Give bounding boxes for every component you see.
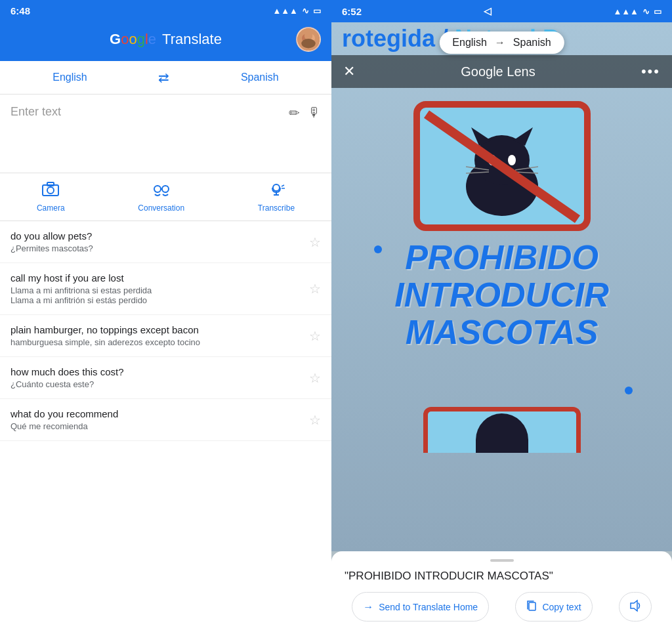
prohibido-text: PROHIBIDOINTRODUCIRMASCOTAS (348, 239, 656, 352)
svg-point-6 (47, 187, 54, 194)
status-bar-right: 6:52 ◁ ▲▲▲ ∿ ▭ (331, 0, 672, 22)
source-lang-btn[interactable]: English (39, 69, 100, 86)
conversation-toolbar-item[interactable]: Conversation (138, 181, 184, 213)
phrase-es: Llama a mi anfitriona si estas perdida (10, 285, 309, 295)
star-icon[interactable]: ☆ (309, 412, 321, 428)
lens-bottom-panel: "PROHIBIDO INTRODUCIR MASCOTAS" → Send t… (331, 551, 672, 632)
app-title: Google Translate (35, 31, 296, 48)
input-placeholder: Enter text (10, 105, 289, 119)
camera-label: Camera (37, 203, 65, 213)
wifi-icon-left: ∿ (302, 6, 309, 16)
bottom-partial-sign (423, 407, 581, 453)
svg-point-3 (304, 32, 313, 40)
more-icon[interactable]: ••• (641, 63, 660, 80)
svg-rect-7 (47, 182, 54, 186)
list-item[interactable]: plain hamburger, no toppings except baco… (0, 315, 331, 357)
left-phone: 6:48 ▲▲▲ ∿ ▭ Google Translate Englis (0, 0, 331, 632)
location-icon-right: ◁ (484, 5, 492, 17)
signal-icon-right: ▲▲▲ (613, 7, 639, 16)
phrase-content: call my host if you are lost Llama a mi … (10, 272, 309, 305)
speaker-icon (629, 599, 642, 614)
conversation-label: Conversation (138, 203, 184, 213)
list-item[interactable]: how much does this cost? ¿Cuánto cuesta … (0, 357, 331, 399)
input-icons: ✏ 🎙 (289, 105, 321, 121)
camera-area: rotegida / Natural P ✕ Google Lens ••• E… (331, 22, 672, 551)
speaker-btn[interactable] (619, 592, 652, 621)
translate-label: Translate (162, 31, 222, 48)
selection-dot-br (625, 387, 633, 394)
phrase-es: Qué me recomienda (10, 421, 309, 431)
phrase-content: what do you recommend Qué me recomienda (10, 408, 309, 431)
send-icon: → (363, 601, 373, 613)
send-to-translate-label: Send to Translate Home (379, 602, 478, 612)
no-pets-sign (413, 101, 591, 235)
text-input-area[interactable]: Enter text ✏ 🎙 (0, 95, 331, 173)
phrase-list: do you allow pets? ¿Permites mascotas? ☆… (0, 221, 331, 632)
avatar[interactable] (296, 27, 321, 52)
camera-icon (41, 181, 60, 201)
conversation-icon (152, 181, 171, 201)
close-icon[interactable]: ✕ (343, 63, 355, 80)
star-icon[interactable]: ☆ (309, 281, 321, 297)
phrase-es: hamburguesa simple, sin aderezos excepto… (10, 337, 309, 347)
transcribe-icon (267, 181, 285, 201)
right-phone: 6:52 ◁ ▲▲▲ ∿ ▭ rotegida / Natural P ✕ Go… (331, 0, 672, 632)
partial-text: rotegida / (342, 25, 455, 53)
star-icon[interactable]: ☆ (309, 328, 321, 344)
copy-icon (526, 600, 537, 614)
phrase-es-alt: Llama a mi anfitrión si estás perdido (10, 295, 309, 305)
bottom-toolbar: Camera Conversation (0, 173, 331, 221)
transcribe-toolbar-item[interactable]: Transcribe (258, 181, 295, 213)
phrase-content: plain hamburger, no toppings except baco… (10, 324, 309, 347)
list-item[interactable]: do you allow pets? ¿Permites mascotas? ☆ (0, 221, 331, 263)
battery-icon-left: ▭ (313, 6, 321, 16)
list-item[interactable]: call my host if you are lost Llama a mi … (0, 263, 331, 315)
time-left: 6:48 (10, 5, 30, 16)
svg-line-14 (282, 185, 284, 186)
prohibido-text-block: PROHIBIDOINTRODUCIRMASCOTAS (331, 239, 672, 352)
svg-point-4 (301, 39, 315, 48)
list-item[interactable]: what do you recommend Qué me recomienda … (0, 399, 331, 441)
star-icon[interactable]: ☆ (309, 370, 321, 386)
battery-icon-right: ▭ (654, 7, 662, 16)
phrase-content: do you allow pets? ¿Permites mascotas? (10, 230, 309, 253)
overlay-arrow: → (495, 37, 505, 49)
phrase-en: do you allow pets? (10, 230, 309, 242)
overlay-source-lang: English (452, 37, 486, 49)
transcribe-label: Transcribe (258, 203, 295, 213)
lens-title: Google Lens (461, 64, 535, 79)
drag-handle (490, 559, 514, 562)
swap-icon[interactable]: ⇄ (158, 70, 169, 85)
signal-icon-left: ▲▲▲ (272, 6, 298, 16)
send-to-translate-btn[interactable]: → Send to Translate Home (352, 592, 489, 621)
status-icons-right: ▲▲▲ ∿ ▭ (613, 7, 662, 16)
wifi-icon-right: ∿ (642, 7, 650, 16)
lens-header: ✕ Google Lens ••• (331, 55, 672, 88)
status-icons-left: ▲▲▲ ∿ ▭ (272, 6, 321, 16)
target-lang-btn[interactable]: Spanish (228, 69, 292, 86)
app-header-left: Google Translate (0, 22, 331, 61)
star-icon[interactable]: ☆ (309, 234, 321, 250)
status-bar-left: 6:48 ▲▲▲ ∿ ▭ (0, 0, 331, 22)
camera-toolbar-item[interactable]: Camera (37, 181, 65, 213)
google-label: Google (110, 31, 156, 48)
extracted-text: "PROHIBIDO INTRODUCIR MASCOTAS" (342, 570, 662, 583)
mic-icon[interactable]: 🎙 (308, 105, 321, 121)
phrase-en: plain hamburger, no toppings except baco… (10, 324, 309, 335)
lang-selector-overlay[interactable]: English → Spanish (439, 32, 564, 54)
svg-point-9 (162, 186, 169, 192)
svg-point-11 (273, 184, 280, 191)
panel-actions: → Send to Translate Home Copy text (342, 592, 662, 621)
svg-marker-29 (631, 600, 637, 611)
pen-icon[interactable]: ✏ (289, 105, 300, 121)
phrase-en: call my host if you are lost (10, 272, 309, 284)
copy-text-btn[interactable]: Copy text (515, 592, 592, 621)
lang-bar: English ⇄ Spanish (0, 61, 331, 95)
phrase-content: how much does this cost? ¿Cuánto cuesta … (10, 366, 309, 389)
copy-text-label: Copy text (542, 602, 581, 612)
svg-point-8 (154, 186, 161, 192)
phrase-es: ¿Cuánto cuesta este? (10, 379, 309, 389)
svg-rect-28 (529, 602, 536, 610)
phrase-en: how much does this cost? (10, 366, 309, 377)
time-right: 6:52 (342, 6, 362, 17)
